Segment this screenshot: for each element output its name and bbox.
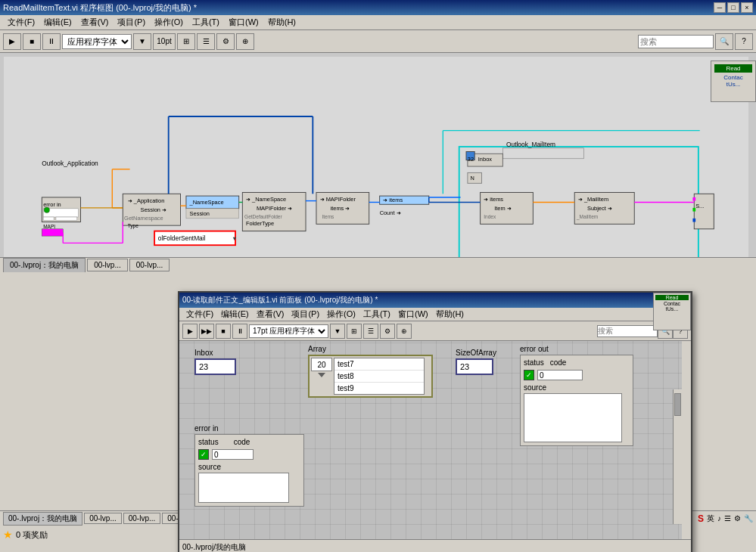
array-items-list[interactable]: test7 test8 test9 <box>334 358 425 395</box>
fp-title-bar: 00-读取邮件正文_编辑版1.vi 前面板 (00-.lvproj/我的电脑) … <box>179 293 691 308</box>
inbox-value[interactable]: 23 <box>194 358 236 375</box>
menu-edit[interactable]: 编辑(E) <box>39 15 76 29</box>
fp-scrollbar[interactable] <box>673 389 682 524</box>
font-select[interactable]: 应用程序字体 <box>62 34 132 49</box>
diagram-tabs: 00-.lvproj：我的电脑 00-lvp... 00-lvp... <box>0 257 756 272</box>
run-button[interactable]: ▶ <box>3 33 21 50</box>
main-title-text: ReadMailItemText.vi 程序框图 (00-.lvproj/我的电… <box>3 2 714 14</box>
tray-icon3: ☰ <box>724 514 731 523</box>
tool1[interactable]: ☰ <box>197 33 215 50</box>
array-item-0[interactable]: test7 <box>334 358 424 371</box>
read-contact-panel[interactable]: Read Contac tUs... <box>711 60 756 102</box>
svg-text:GetNamespace: GetNamespace <box>124 215 163 222</box>
main-menu-bar: 文件(F) 编辑(E) 查看(V) 项目(P) 操作(O) 工具(T) 窗口(W… <box>0 15 756 30</box>
fp-menu-edit[interactable]: 编辑(E) <box>217 308 253 321</box>
error-in-status-check[interactable]: ✓ <box>198 449 209 460</box>
diagram-svg: Outlook_Application error in MAPI ➜ _App… <box>4 57 748 257</box>
fp-run-cont[interactable]: ▶▶ <box>199 324 214 339</box>
error-out-code-value[interactable]: 0 <box>537 370 583 380</box>
array-index[interactable]: 20 <box>311 358 332 371</box>
fp-font-select[interactable]: 17pt 应用程序字体 <box>249 324 328 338</box>
font-size[interactable]: 10pt <box>153 33 176 50</box>
bottom-tab2[interactable]: 00-lvp... <box>84 513 122 524</box>
svg-text:➜ _NameSpace: ➜ _NameSpace <box>246 196 286 203</box>
search-button[interactable]: 🔍 <box>715 33 733 50</box>
align-left[interactable]: ⊞ <box>177 33 195 50</box>
bottom-tab3[interactable]: 00-lvp... <box>123 513 161 524</box>
error-in-source-text[interactable] <box>198 473 289 503</box>
menu-view[interactable]: 查看(V) <box>76 15 114 29</box>
fp-run-btn[interactable]: ▶ <box>182 324 198 339</box>
array-label: Array <box>308 345 433 353</box>
fp-toolbar: ▶ ▶▶ ■ ⏸ 17pt 应用程序字体 ▼ ⊞ ☰ ⚙ ⊕ 🔍 ? Read … <box>179 321 691 341</box>
fp-menu-operate[interactable]: 操作(O) <box>323 308 359 321</box>
fp-font-size[interactable]: ▼ <box>330 324 345 339</box>
fp-panel[interactable]: Inbox 23 Array 20 test7 test8 t <box>179 341 682 539</box>
menu-file[interactable]: 文件(F) <box>3 15 39 29</box>
fp-search-input[interactable] <box>597 325 658 337</box>
svg-text:error in: error in <box>43 201 61 208</box>
svg-text:items ➜: items ➜ <box>331 205 350 212</box>
menu-operate[interactable]: 操作(O) <box>150 15 188 29</box>
tool3[interactable]: ⊕ <box>236 33 254 50</box>
contact-label2: tUs... <box>714 81 752 88</box>
front-panel-window: 00-读取邮件正文_编辑版1.vi 前面板 (00-.lvproj/我的电脑) … <box>178 291 692 552</box>
size-of-array-control: SizeOfArray 23 <box>456 349 496 375</box>
menu-help[interactable]: 帮助(H) <box>263 15 300 29</box>
array-item-1[interactable]: test8 <box>334 371 424 383</box>
svg-text:Outlook_Application: Outlook_Application <box>42 160 98 167</box>
fp-scrollbar-thumb[interactable] <box>674 393 681 416</box>
fp-pause-btn[interactable]: ⏸ <box>232 324 247 339</box>
array-index-arrow[interactable] <box>318 373 325 377</box>
error-out-source-text[interactable] <box>524 393 622 442</box>
svg-rect-55 <box>692 197 695 201</box>
array-item-2[interactable]: test9 <box>334 383 424 394</box>
bottom-tab1[interactable]: 00-.lvproj：我的电脑 <box>3 512 82 526</box>
pause-button[interactable]: ⏸ <box>42 33 61 50</box>
svg-text:MAPI: MAPI <box>43 224 55 229</box>
fp-content: Inbox 23 Array 20 test7 test8 t <box>179 341 682 539</box>
tab-item3[interactable]: 00-lvp... <box>129 259 170 271</box>
fp-tool1[interactable]: ☰ <box>363 324 378 339</box>
error-in-code-value[interactable]: 0 <box>212 449 254 460</box>
svg-rect-4 <box>43 217 54 221</box>
menu-project[interactable]: 项目(P) <box>113 15 150 29</box>
tool2[interactable]: ⚙ <box>216 33 235 50</box>
tray-icon4: ⚙ <box>734 514 741 523</box>
close-button[interactable]: × <box>741 2 753 13</box>
size-down[interactable]: ▼ <box>133 33 151 50</box>
fp-menu-file[interactable]: 文件(F) <box>182 308 217 321</box>
tab-item2[interactable]: 00-lvp... <box>87 259 128 271</box>
fp-menu-window[interactable]: 窗口(W) <box>394 308 432 321</box>
menu-tools[interactable]: 工具(T) <box>188 15 224 29</box>
fp-read-contact[interactable]: Read Contac tUs... <box>653 293 691 330</box>
fp-tool3[interactable]: ⊕ <box>397 324 412 339</box>
diagram-canvas[interactable]: Outlook_Application error in MAPI ➜ _App… <box>4 57 748 257</box>
stop-button[interactable]: ■ <box>23 33 41 50</box>
fp-abort-btn[interactable]: ■ <box>216 324 231 339</box>
read-label: Read <box>714 64 752 73</box>
fp-menu-view[interactable]: 查看(V) <box>253 308 288 321</box>
size-of-array-label: SizeOfArray <box>456 349 496 357</box>
svg-text:➜ _Application: ➜ _Application <box>128 197 165 204</box>
help-button[interactable]: ? <box>735 33 753 50</box>
tab-item1[interactable]: 00-.lvproj：我的电脑 <box>3 258 86 273</box>
maximize-button[interactable]: □ <box>727 2 739 13</box>
svg-rect-57 <box>692 219 695 222</box>
array-index-col: 20 <box>311 358 332 395</box>
error-out-status-check[interactable]: ✓ <box>524 370 534 380</box>
svg-rect-53 <box>694 194 714 228</box>
system-tray: S 英 ♪ ☰ ⚙ 🔧 <box>698 513 753 524</box>
minimize-button[interactable]: ─ <box>714 2 726 13</box>
search-input[interactable] <box>638 35 714 48</box>
fp-tool2[interactable]: ⚙ <box>380 324 395 339</box>
svg-text:olFolderSentMail: olFolderSentMail <box>158 234 206 242</box>
fp-align[interactable]: ⊞ <box>347 324 362 339</box>
size-of-array-value[interactable]: 23 <box>456 358 493 375</box>
menu-window[interactable]: 窗口(W) <box>224 15 263 29</box>
fp-menu-tools[interactable]: 工具(T) <box>359 308 394 321</box>
svg-text:MAPIFolder ➜: MAPIFolder ➜ <box>257 205 292 212</box>
fp-menu-help[interactable]: 帮助(H) <box>432 308 468 321</box>
main-window: ReadMailItemText.vi 程序框图 (00-.lvproj/我的电… <box>0 0 756 552</box>
fp-menu-project[interactable]: 项目(P) <box>288 308 323 321</box>
